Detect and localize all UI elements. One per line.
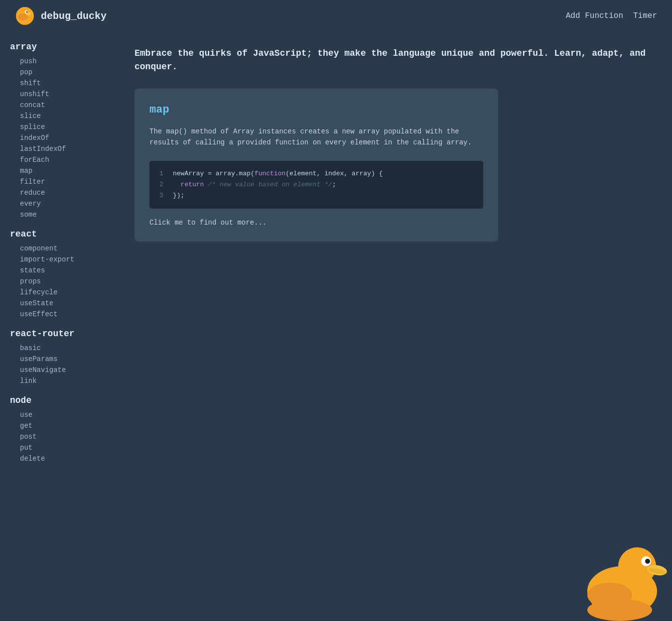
sidebar-category-react-router: react-router (10, 329, 105, 339)
sidebar-item-states[interactable]: states (20, 265, 105, 276)
code-text-2: return /* new value based on element */; (173, 179, 336, 190)
sidebar-item-foreach[interactable]: forEach (20, 154, 105, 165)
sidebar-item-filter[interactable]: filter (20, 176, 105, 187)
add-function-button[interactable]: Add Function (566, 11, 623, 20)
sidebar-item-lastindexof[interactable]: lastIndexOf (20, 143, 105, 154)
sidebar-item-link[interactable]: link (20, 375, 105, 386)
sidebar-items-react: component import-export states props lif… (10, 243, 105, 320)
sidebar-item-splice[interactable]: splice (20, 122, 105, 132)
sidebar-item-pop[interactable]: pop (20, 67, 105, 78)
sidebar-section-array: array push pop shift unshift concat slic… (10, 42, 105, 220)
sidebar-item-put[interactable]: put (20, 442, 105, 453)
card-description: The map() method of Array instances crea… (149, 126, 483, 148)
sidebar-section-node: node use get post put delete (10, 395, 105, 464)
sidebar-item-post[interactable]: post (20, 431, 105, 442)
code-text-3: }); (173, 190, 184, 201)
sidebar-item-map[interactable]: map (20, 165, 105, 176)
sidebar-item-useeffect[interactable]: useEffect (20, 309, 105, 320)
sidebar-section-react: react component import-export states pro… (10, 229, 105, 320)
sidebar-item-push[interactable]: push (20, 56, 105, 67)
sidebar-items-array: push pop shift unshift concat slice spli… (10, 56, 105, 220)
header: debug_ducky Add Function Timer (0, 0, 672, 32)
sidebar-items-react-router: basic useParams useNavigate link (10, 343, 105, 386)
duck-decoration (572, 521, 672, 621)
timer-button[interactable]: Timer (633, 11, 657, 20)
sidebar-item-every[interactable]: every (20, 198, 105, 209)
sidebar-item-some[interactable]: some (20, 209, 105, 220)
tagline: Embrace the quirks of JavaScript; they m… (134, 47, 652, 74)
sidebar-section-react-router: react-router basic useParams useNavigate… (10, 329, 105, 386)
code-line-3: 3 }); (159, 190, 473, 201)
sidebar-category-node: node (10, 395, 105, 405)
card-title: map (149, 104, 483, 116)
logo-duck-icon (15, 6, 35, 26)
sidebar-item-props[interactable]: props (20, 276, 105, 287)
sidebar-item-component[interactable]: component (20, 243, 105, 254)
svg-point-5 (26, 11, 28, 13)
sidebar-item-delete[interactable]: delete (20, 453, 105, 464)
line-number-2: 2 (159, 179, 165, 190)
sidebar: array push pop shift unshift concat slic… (0, 32, 115, 621)
header-left: debug_ducky (15, 6, 107, 26)
sidebar-item-use[interactable]: use (20, 409, 105, 420)
sidebar-category-react: react (10, 229, 105, 239)
main-layout: array push pop shift unshift concat slic… (0, 32, 672, 621)
code-text-1: newArray = array.map(function(element, i… (173, 168, 383, 179)
sidebar-items-node: use get post put delete (10, 409, 105, 464)
svg-point-3 (18, 13, 28, 20)
sidebar-item-shift[interactable]: shift (20, 78, 105, 89)
sidebar-item-basic[interactable]: basic (20, 343, 105, 354)
sidebar-item-reduce[interactable]: reduce (20, 187, 105, 198)
sidebar-item-lifecycle[interactable]: lifecycle (20, 287, 105, 298)
line-number-3: 3 (159, 190, 165, 201)
card-more-link[interactable]: Click me to find out more... (149, 219, 483, 227)
header-right: Add Function Timer (566, 11, 657, 20)
sidebar-category-array: array (10, 42, 105, 52)
sidebar-item-usenavigate[interactable]: useNavigate (20, 365, 105, 375)
svg-point-11 (645, 559, 650, 564)
line-number-1: 1 (159, 168, 165, 179)
sidebar-item-get[interactable]: get (20, 420, 105, 431)
duck-decoration-icon (572, 521, 672, 621)
function-card: map The map() method of Array instances … (134, 89, 498, 242)
sidebar-item-indexof[interactable]: indexOf (20, 132, 105, 143)
code-line-1: 1 newArray = array.map(function(element,… (159, 168, 473, 179)
sidebar-item-import-export[interactable]: import-export (20, 254, 105, 265)
site-title: debug_ducky (41, 10, 107, 22)
sidebar-item-concat[interactable]: concat (20, 100, 105, 111)
code-block: 1 newArray = array.map(function(element,… (149, 161, 483, 209)
sidebar-item-usestate[interactable]: useState (20, 298, 105, 309)
sidebar-item-unshift[interactable]: unshift (20, 89, 105, 100)
sidebar-item-useparams[interactable]: useParams (20, 354, 105, 365)
code-line-2: 2 return /* new value based on element *… (159, 179, 473, 190)
svg-point-14 (587, 599, 652, 621)
sidebar-item-slice[interactable]: slice (20, 111, 105, 122)
